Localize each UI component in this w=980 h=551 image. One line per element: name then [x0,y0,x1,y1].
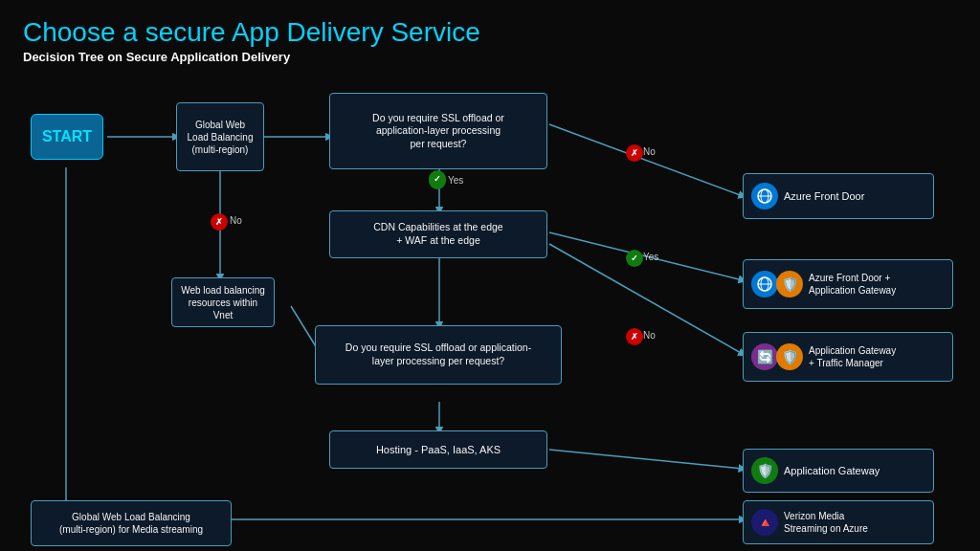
appgw-tm-icon1: 🔄 [751,343,778,370]
cdn-waf-node: CDN Capabilities at the edge+ WAF at the… [329,210,547,258]
diagram: START Global WebLoad Balancing(multi-reg… [23,72,957,531]
svg-line-2 [549,124,743,196]
web-vnet-node: Web load balancingresources within Vnet [171,277,275,327]
no-badge-3: ✗ [211,213,228,231]
no-label-2: No [643,330,656,341]
no-label-3: No [230,215,242,226]
yes-badge-ssl1-down: ✓ [429,170,446,187]
svg-line-10 [549,450,743,469]
no-label-1: No [643,146,656,157]
result-appgw-tm: 🔄 🛡️ Application Gateway + Traffic Manag… [743,332,953,382]
ssl-question2-node: Do you require SSL offload or applicatio… [315,325,562,385]
result-azure-front-door: Azure Front Door [743,173,934,219]
result-verizon: 🔺 Verizon Media Streaming on Azure [743,500,934,544]
azure-front-door-icon [751,183,778,209]
yes-label-1: Yes [448,175,463,186]
page: Choose a secure App Delivery Service Dec… [0,0,980,551]
global-media-node: Global Web Load Balancing(multi-region) … [31,500,232,546]
afd-appgw-icon2: 🛡️ [776,271,803,298]
result-appgw: 🛡️ Application Gateway [743,449,934,493]
hosting-node: Hosting - PaaS, IaaS, AKS [329,430,547,469]
appgw-tm-icon2: 🛡️ [776,343,803,370]
no-badge-1: ✗ [626,144,643,162]
ssl-question1-node: Do you require SSL offload orapplication… [329,93,547,169]
global-web-node: Global WebLoad Balancing(multi-region) [176,102,264,171]
start-node: START [31,114,103,160]
page-subtitle: Decision Tree on Secure Application Deli… [23,50,957,64]
appgw-icon: 🛡️ [751,457,778,484]
verizon-icon: 🔺 [751,509,778,536]
page-title: Choose a secure App Delivery Service [23,17,957,48]
no-badge-2: ✗ [626,328,643,345]
yes-label-2: Yes [643,252,658,262]
yes-badge-2: ✓ [626,250,643,267]
afd-appgw-icon1 [751,271,778,298]
result-afd-appgw: 🛡️ Azure Front Door + Application Gatewa… [743,259,953,309]
